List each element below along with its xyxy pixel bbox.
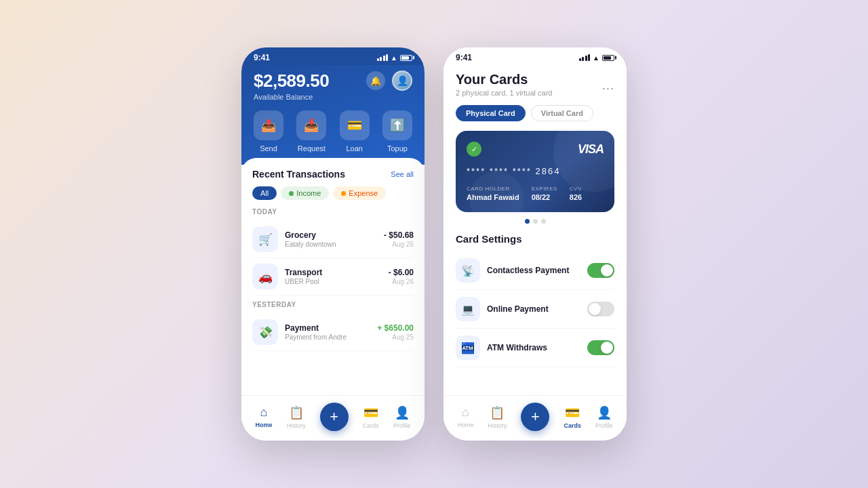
status-icons-phone2: ▲ bbox=[579, 54, 614, 62]
bottom-nav-phone1: ⌂ Home 📋 History + 💳 Cards 👤 Profile bbox=[241, 395, 425, 441]
grocery-icon: 🛒 bbox=[252, 226, 278, 252]
payment-sub: Payment from Andre bbox=[285, 333, 370, 341]
dot-2 bbox=[533, 219, 538, 224]
cards-icon: 💳 bbox=[363, 405, 378, 420]
card-holder-value: Ahmad Fawaid bbox=[467, 193, 519, 201]
payment-amount-col: + $650.00 Aug 25 bbox=[377, 323, 414, 341]
nav-home-2[interactable]: ⌂ Home bbox=[457, 405, 473, 428]
payment-icon: 💸 bbox=[252, 319, 278, 345]
home-nav-label-2: Home bbox=[457, 422, 473, 428]
grocery-sub: Eataly downtown bbox=[285, 241, 377, 248]
send-action[interactable]: 📤 Send bbox=[254, 110, 283, 152]
battery-icon-2 bbox=[602, 55, 614, 61]
see-all-link[interactable]: See all bbox=[391, 170, 414, 178]
card-expires-group: EXPIRES 08/22 bbox=[532, 186, 557, 201]
toggle-thumb-2 bbox=[589, 303, 601, 315]
transport-amount-col: - $6.00 Aug 26 bbox=[389, 268, 414, 285]
filter-expense[interactable]: Expense bbox=[333, 186, 386, 200]
profile-nav-label-2: Profile bbox=[595, 422, 613, 429]
send-label: Send bbox=[260, 144, 277, 152]
history-icon: 📋 bbox=[289, 405, 304, 420]
bottom-nav-phone2: ⌂ Home 📋 History + 💳 Cards 👤 Profile bbox=[443, 395, 627, 441]
card-cvv-value: 826 bbox=[570, 193, 582, 201]
loan-icon: 💳 bbox=[340, 110, 370, 140]
payment-info: Payment Payment from Andre bbox=[285, 323, 370, 341]
request-action[interactable]: 📥 Request bbox=[296, 110, 326, 152]
cards-title-group: Your Cards 2 physical card, 1 virtual ca… bbox=[456, 72, 552, 105]
transport-info: Transport UBER Pool bbox=[285, 268, 382, 285]
filter-income[interactable]: Income bbox=[281, 186, 329, 200]
nav-profile-2[interactable]: 👤 Profile bbox=[595, 405, 613, 429]
nav-history-2[interactable]: 📋 History bbox=[488, 405, 507, 429]
card-expires-value: 08/22 bbox=[532, 193, 557, 201]
profile-icon: 👤 bbox=[395, 405, 410, 420]
credit-card-display: ✓ VISA **** **** **** 2864 CARD HOLDER A… bbox=[456, 131, 614, 212]
card-holder-group: CARD HOLDER Ahmad Fawaid bbox=[467, 186, 519, 201]
tab-virtual-card[interactable]: Virtual Card bbox=[531, 105, 593, 121]
tab-physical-card[interactable]: Physical Card bbox=[456, 105, 526, 121]
transport-name: Transport bbox=[285, 268, 382, 277]
grocery-amount: - $50.68 bbox=[384, 230, 414, 240]
toggle-thumb bbox=[601, 264, 613, 277]
online-payment-setting: 💻 Online Payment bbox=[456, 290, 614, 329]
history-icon-2: 📋 bbox=[490, 405, 505, 420]
income-dot bbox=[289, 191, 294, 196]
more-button[interactable]: ··· bbox=[602, 81, 614, 96]
signal-icon-2 bbox=[579, 54, 591, 61]
bell-icon[interactable]: 🔔 bbox=[366, 71, 385, 90]
add-button-2[interactable]: + bbox=[521, 403, 549, 431]
online-payment-toggle[interactable] bbox=[587, 302, 614, 317]
nav-profile[interactable]: 👤 Profile bbox=[393, 405, 411, 429]
nav-cards-2[interactable]: 💳 Cards bbox=[564, 405, 581, 429]
transport-sub: UBER Pool bbox=[285, 278, 382, 285]
yesterday-label: YESTERDAY bbox=[252, 301, 414, 308]
dot-1 bbox=[525, 219, 530, 224]
quick-actions: 📤 Send 📥 Request 💳 Loan ⬆️ Topup bbox=[254, 110, 412, 152]
status-icons-phone1: ▲ bbox=[377, 54, 412, 62]
nav-history[interactable]: 📋 History bbox=[287, 405, 306, 429]
filter-all[interactable]: All bbox=[252, 186, 277, 200]
phones-container: 9:41 ▲ $2,589.50 Available Balance bbox=[241, 47, 627, 441]
battery-icon bbox=[400, 55, 412, 61]
wifi-icon: ▲ bbox=[391, 54, 397, 62]
card-cvv-label: CVV bbox=[570, 186, 582, 192]
transactions-title: Recent Transactions bbox=[252, 169, 345, 180]
card-verified-icon: ✓ bbox=[467, 142, 481, 157]
online-payment-icon: 💻 bbox=[456, 297, 480, 321]
payment-name: Payment bbox=[285, 323, 370, 333]
home-icon: ⌂ bbox=[260, 405, 268, 420]
card-settings-title: Card Settings bbox=[456, 233, 614, 245]
balance-amount: $2,589.50 bbox=[254, 70, 329, 92]
contactless-toggle[interactable] bbox=[587, 263, 614, 278]
atm-icon: 🏧 bbox=[456, 336, 480, 360]
avatar[interactable]: 👤 bbox=[392, 70, 412, 91]
phone-cards: 9:41 ▲ Your Cards 2 physical card, 1 vir bbox=[443, 47, 627, 441]
today-label: TODAY bbox=[252, 208, 414, 216]
payment-date: Aug 25 bbox=[377, 333, 414, 341]
request-label: Request bbox=[298, 144, 326, 152]
header-top-row: $2,589.50 Available Balance 🔔 👤 bbox=[254, 70, 412, 101]
visa-logo: VISA bbox=[578, 142, 604, 157]
transport-date: Aug 26 bbox=[389, 278, 414, 285]
nav-cards[interactable]: 💳 Cards bbox=[363, 405, 379, 429]
atm-toggle[interactable] bbox=[587, 340, 614, 355]
balance-info: $2,589.50 Available Balance bbox=[254, 70, 329, 101]
table-row: 🚗 Transport UBER Pool - $6.00 Aug 26 bbox=[252, 258, 414, 296]
table-row: 💸 Payment Payment from Andre + $650.00 A… bbox=[252, 314, 414, 351]
profile-icon-2: 👤 bbox=[597, 405, 612, 420]
card-details-row: CARD HOLDER Ahmad Fawaid EXPIRES 08/22 C… bbox=[467, 186, 604, 201]
toggle-thumb-3 bbox=[601, 342, 613, 354]
contactless-payment-setting: 📡 Contactless Payment bbox=[456, 251, 614, 290]
cards-icon-2: 💳 bbox=[565, 405, 580, 420]
card-expires-label: EXPIRES bbox=[532, 186, 557, 192]
add-button[interactable]: + bbox=[320, 403, 349, 431]
payment-amount: + $650.00 bbox=[377, 323, 414, 333]
status-time-phone1: 9:41 bbox=[254, 53, 270, 62]
nav-home[interactable]: ⌂ Home bbox=[256, 405, 273, 428]
wifi-icon-2: ▲ bbox=[593, 54, 599, 62]
status-bar-phone1: 9:41 ▲ bbox=[241, 47, 425, 65]
topup-action[interactable]: ⬆️ Topup bbox=[382, 110, 412, 152]
signal-icon bbox=[377, 54, 389, 61]
transactions-header: Recent Transactions See all bbox=[252, 169, 414, 180]
loan-action[interactable]: 💳 Loan bbox=[340, 110, 370, 152]
